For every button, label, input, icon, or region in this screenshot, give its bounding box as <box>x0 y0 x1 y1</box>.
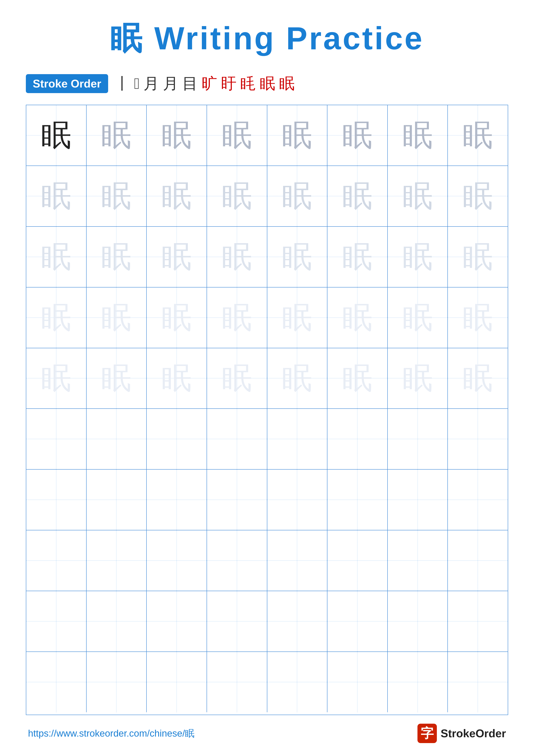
grid-cell-8-0[interactable] <box>26 591 87 652</box>
grid-cell-2-7[interactable]: 眠 <box>448 227 508 287</box>
grid-cell-5-6[interactable] <box>388 409 448 469</box>
grid-cell-7-6[interactable] <box>388 530 448 591</box>
grid-cell-9-1[interactable] <box>87 652 147 712</box>
grid-cell-5-5[interactable] <box>327 409 388 469</box>
grid-cell-5-4[interactable] <box>267 409 328 469</box>
cell-character: 眠 <box>463 120 493 150</box>
grid-cell-1-2[interactable]: 眠 <box>147 166 207 226</box>
grid-cell-0-3[interactable]: 眠 <box>207 105 267 166</box>
grid-cell-8-5[interactable] <box>327 591 388 652</box>
cell-character: 眠 <box>101 181 131 211</box>
grid-cell-1-3[interactable]: 眠 <box>207 166 267 226</box>
cell-character: 眠 <box>222 303 252 333</box>
grid-cell-7-7[interactable] <box>448 530 508 591</box>
grid-cell-9-3[interactable] <box>207 652 267 712</box>
grid-cell-5-3[interactable] <box>207 409 267 469</box>
grid-cell-0-7[interactable]: 眠 <box>448 105 508 166</box>
grid-cell-2-6[interactable]: 眠 <box>388 227 448 287</box>
stroke-order-badge: Stroke Order <box>26 74 108 93</box>
stroke-order-row: Stroke Order 丨𠃊月月目旷盱眊眠眠 <box>26 73 508 94</box>
cell-character: 眠 <box>342 181 372 211</box>
grid-cell-0-5[interactable]: 眠 <box>327 105 388 166</box>
grid-cell-3-5[interactable]: 眠 <box>327 287 388 348</box>
grid-cell-2-5[interactable]: 眠 <box>327 227 388 287</box>
grid-cell-3-1[interactable]: 眠 <box>87 287 147 348</box>
grid-cell-7-5[interactable] <box>327 530 388 591</box>
stroke-char-1: 𠃊 <box>134 75 140 93</box>
grid-cell-8-4[interactable] <box>267 591 328 652</box>
grid-cell-0-6[interactable]: 眠 <box>388 105 448 166</box>
grid-cell-4-5[interactable]: 眠 <box>327 348 388 409</box>
grid-cell-9-7[interactable] <box>448 652 508 712</box>
grid-cell-9-0[interactable] <box>26 652 87 712</box>
grid-cell-4-0[interactable]: 眠 <box>26 348 87 409</box>
cell-character: 眠 <box>41 303 71 333</box>
grid-cell-4-1[interactable]: 眠 <box>87 348 147 409</box>
grid-cell-3-2[interactable]: 眠 <box>147 287 207 348</box>
grid-cell-6-3[interactable] <box>207 470 267 530</box>
grid-cell-0-2[interactable]: 眠 <box>147 105 207 166</box>
footer: https://www.strokeorder.com/chinese/眠 字 … <box>26 724 508 743</box>
grid-cell-7-0[interactable] <box>26 530 87 591</box>
grid-cell-0-1[interactable]: 眠 <box>87 105 147 166</box>
grid-row-5 <box>26 409 508 470</box>
cell-character: 眠 <box>162 242 192 272</box>
grid-cell-1-7[interactable]: 眠 <box>448 166 508 226</box>
grid-cell-3-0[interactable]: 眠 <box>26 287 87 348</box>
grid-cell-6-1[interactable] <box>87 470 147 530</box>
grid-cell-7-1[interactable] <box>87 530 147 591</box>
grid-cell-6-0[interactable] <box>26 470 87 530</box>
grid-cell-1-0[interactable]: 眠 <box>26 166 87 226</box>
grid-cell-6-5[interactable] <box>327 470 388 530</box>
grid-cell-6-4[interactable] <box>267 470 328 530</box>
grid-cell-2-2[interactable]: 眠 <box>147 227 207 287</box>
grid-cell-3-4[interactable]: 眠 <box>267 287 328 348</box>
grid-cell-5-1[interactable] <box>87 409 147 469</box>
grid-cell-4-6[interactable]: 眠 <box>388 348 448 409</box>
grid-cell-9-2[interactable] <box>147 652 207 712</box>
grid-cell-3-7[interactable]: 眠 <box>448 287 508 348</box>
grid-cell-2-3[interactable]: 眠 <box>207 227 267 287</box>
grid-cell-9-5[interactable] <box>327 652 388 712</box>
grid-cell-7-4[interactable] <box>267 530 328 591</box>
grid-cell-8-7[interactable] <box>448 591 508 652</box>
grid-row-7 <box>26 530 508 591</box>
grid-cell-0-4[interactable]: 眠 <box>267 105 328 166</box>
grid-cell-2-1[interactable]: 眠 <box>87 227 147 287</box>
grid-cell-5-2[interactable] <box>147 409 207 469</box>
cell-character: 眠 <box>41 120 71 150</box>
grid-cell-1-6[interactable]: 眠 <box>388 166 448 226</box>
grid-cell-9-4[interactable] <box>267 652 328 712</box>
cell-character: 眠 <box>41 242 71 272</box>
grid-row-0: 眠眠眠眠眠眠眠眠 <box>26 105 508 166</box>
grid-cell-8-2[interactable] <box>147 591 207 652</box>
grid-cell-6-6[interactable] <box>388 470 448 530</box>
grid-cell-4-7[interactable]: 眠 <box>448 348 508 409</box>
grid-cell-6-2[interactable] <box>147 470 207 530</box>
grid-cell-4-4[interactable]: 眠 <box>267 348 328 409</box>
cell-character: 眠 <box>41 363 71 393</box>
footer-url[interactable]: https://www.strokeorder.com/chinese/眠 <box>28 727 194 740</box>
grid-cell-9-6[interactable] <box>388 652 448 712</box>
grid-cell-8-1[interactable] <box>87 591 147 652</box>
cell-character: 眠 <box>463 303 493 333</box>
grid-cell-2-4[interactable]: 眠 <box>267 227 328 287</box>
grid-cell-4-3[interactable]: 眠 <box>207 348 267 409</box>
cell-character: 眠 <box>282 363 312 393</box>
grid-cell-3-6[interactable]: 眠 <box>388 287 448 348</box>
grid-cell-7-3[interactable] <box>207 530 267 591</box>
grid-cell-1-1[interactable]: 眠 <box>87 166 147 226</box>
grid-cell-1-5[interactable]: 眠 <box>327 166 388 226</box>
grid-cell-5-0[interactable] <box>26 409 87 469</box>
grid-cell-3-3[interactable]: 眠 <box>207 287 267 348</box>
grid-cell-6-7[interactable] <box>448 470 508 530</box>
grid-cell-8-3[interactable] <box>207 591 267 652</box>
grid-cell-7-2[interactable] <box>147 530 207 591</box>
grid-cell-4-2[interactable]: 眠 <box>147 348 207 409</box>
grid-cell-0-0[interactable]: 眠 <box>26 105 87 166</box>
grid-cell-8-6[interactable] <box>388 591 448 652</box>
grid-cell-5-7[interactable] <box>448 409 508 469</box>
cell-character: 眠 <box>282 303 312 333</box>
grid-cell-1-4[interactable]: 眠 <box>267 166 328 226</box>
grid-cell-2-0[interactable]: 眠 <box>26 227 87 287</box>
